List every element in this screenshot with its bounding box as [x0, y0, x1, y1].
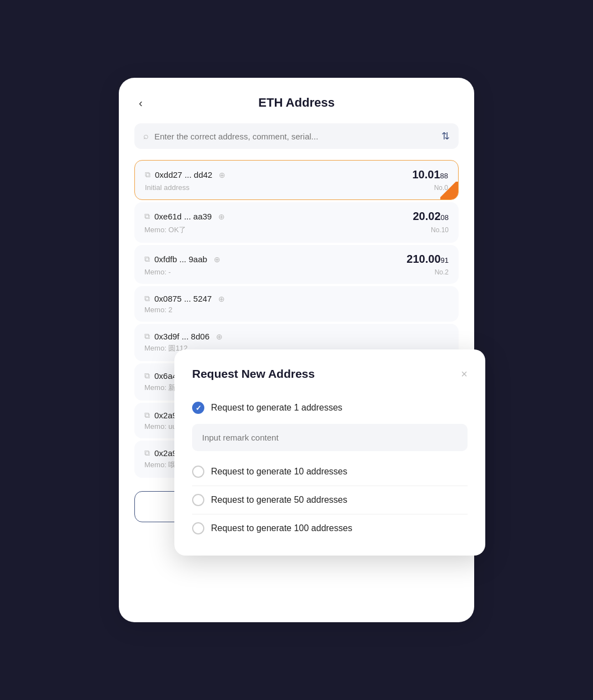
address-text: 0xe61d ... aa39: [154, 212, 212, 221]
search-input[interactable]: [154, 132, 436, 141]
no-badge: No.2: [435, 268, 449, 276]
copy-icon[interactable]: ⧉: [144, 371, 150, 381]
header: ‹ ETH Address: [134, 96, 459, 110]
copy-icon[interactable]: ⧉: [145, 170, 150, 179]
search-addr-icon[interactable]: ⊕: [219, 171, 225, 179]
modal-close-button[interactable]: ×: [461, 368, 468, 381]
radio-option[interactable]: Request to generate 1 addresses: [192, 396, 468, 419]
modal-header: Request New Address ×: [192, 367, 468, 381]
copy-icon[interactable]: ⧉: [144, 254, 150, 264]
modal-title: Request New Address: [192, 367, 315, 381]
radio-label: Request to generate 10 addresses: [211, 467, 348, 477]
remark-input[interactable]: [192, 424, 468, 451]
modal-card: Request New Address × Request to generat…: [174, 349, 485, 556]
search-bar: ⌕ ⇅: [134, 123, 459, 149]
page-title: ETH Address: [258, 96, 334, 110]
radio-circle: [192, 466, 204, 478]
orange-corner: [440, 182, 458, 199]
radio-option[interactable]: Request to generate 100 addresses: [192, 517, 468, 540]
search-icon: ⌕: [143, 131, 149, 141]
memo-text: Memo: -: [144, 268, 171, 276]
copy-icon[interactable]: ⧉: [144, 332, 150, 341]
main-card: ‹ ETH Address ⌕ ⇅ ⧉ 0xdd27 ... dd42 ⊕ 10…: [119, 78, 474, 622]
memo-text: Memo: uu: [144, 422, 177, 431]
address-text: 0xfdfb ... 9aab: [154, 254, 207, 264]
modal-options: Request to generate 1 addresses Request …: [192, 396, 468, 540]
memo-text: Memo: OK了: [144, 225, 186, 235]
divider: [192, 486, 468, 486]
amount: 10.0188: [412, 168, 448, 181]
radio-circle: [192, 522, 204, 534]
filter-icon[interactable]: ⇅: [441, 130, 450, 142]
copy-icon[interactable]: ⧉: [144, 294, 150, 303]
address-text: 0xdd27 ... dd42: [155, 170, 212, 179]
address-item[interactable]: ⧉ 0xe61d ... aa39 ⊕ 20.0208 Memo: OK了 No…: [134, 202, 459, 243]
memo-text: Initial address: [145, 183, 189, 192]
search-addr-icon[interactable]: ⊕: [218, 212, 225, 221]
radio-circle: [192, 494, 204, 506]
memo-text: Memo: 2: [144, 306, 173, 314]
address-text: 0x0875 ... 5247: [154, 294, 212, 303]
amount: 210.0091: [406, 253, 449, 266]
no-badge: No.10: [431, 226, 449, 234]
divider: [192, 514, 468, 514]
radio-label: Request to generate 50 addresses: [211, 495, 348, 505]
radio-circle: [192, 402, 204, 414]
search-addr-icon[interactable]: ⊕: [216, 332, 223, 341]
address-item[interactable]: ⧉ 0xfdfb ... 9aab ⊕ 210.0091 Memo: - No.…: [134, 245, 459, 284]
radio-label: Request to generate 1 addresses: [211, 403, 343, 413]
copy-icon[interactable]: ⧉: [144, 212, 150, 221]
radio-option[interactable]: Request to generate 10 addresses: [192, 460, 468, 483]
search-addr-icon[interactable]: ⊕: [218, 294, 225, 303]
address-item[interactable]: ⧉ 0xdd27 ... dd42 ⊕ 10.0188 Initial addr…: [134, 160, 459, 200]
search-addr-icon[interactable]: ⊕: [214, 255, 220, 264]
copy-icon[interactable]: ⧉: [144, 411, 150, 420]
back-button[interactable]: ‹: [134, 94, 147, 112]
copy-icon[interactable]: ⧉: [144, 448, 150, 458]
radio-option[interactable]: Request to generate 50 addresses: [192, 488, 468, 512]
amount: 20.0208: [413, 210, 449, 223]
address-item[interactable]: ⧉ 0x0875 ... 5247 ⊕ Memo: 2: [134, 286, 459, 322]
address-text: 0x3d9f ... 8d06: [154, 332, 209, 341]
radio-label: Request to generate 100 addresses: [211, 523, 352, 533]
